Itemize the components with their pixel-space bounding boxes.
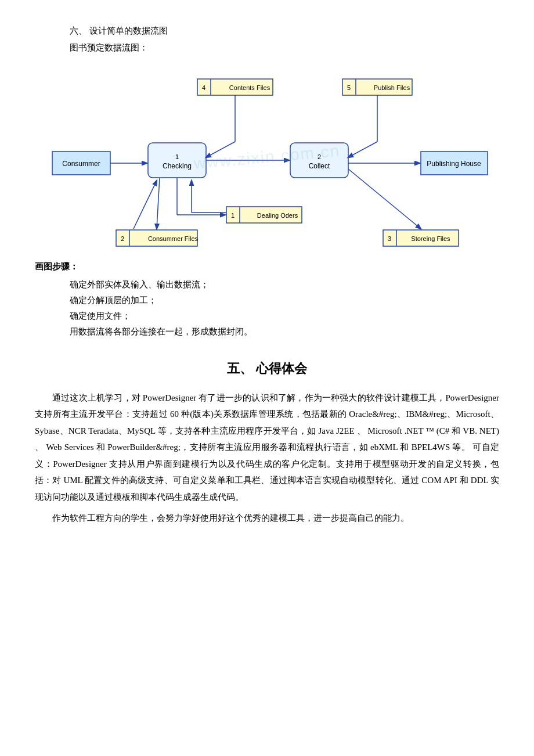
svg-text:Consummer Files: Consummer Files [148,235,199,242]
drawing-steps-title: 画图步骤： [35,259,499,275]
section5: 五、 心得体会 通过这次上机学习，对 PowerDesigner 有了进一步的认… [35,357,499,527]
svg-text:Contents Files: Contents Files [229,84,270,91]
step3: 确定使用文件； [70,308,499,324]
publishing-house-label: Publishing House [427,160,481,168]
process1-label: Checking [163,162,192,170]
svg-text:1: 1 [231,212,234,219]
consummer-label: Consummer [62,160,100,168]
svg-text:1: 1 [175,153,179,160]
svg-line-39 [348,169,421,229]
step1: 确定外部实体及输入、输出数据流； [70,277,499,293]
dfd-diagram: Consummer 1 Checking 2 Collect Publishin… [41,67,493,247]
section5-para1: 通过这次上机学习，对 PowerDesigner 有了进一步的认识和了解，作为一… [35,390,499,506]
section6-title: 六、 设计简单的数据流图 [70,23,499,39]
svg-text:4: 4 [202,84,205,91]
svg-text:Storeing Files: Storeing Files [411,235,450,242]
svg-line-32 [348,142,377,157]
svg-rect-3 [290,143,348,178]
svg-rect-1 [148,143,206,178]
svg-line-30 [206,142,235,157]
step2: 确定分解顶层的加工； [70,293,499,308]
svg-text:3: 3 [388,235,391,242]
svg-text:2: 2 [121,235,124,242]
drawing-steps-section: 画图步骤： 确定外部实体及输入、输出数据流； 确定分解顶层的加工； 确定使用文件… [35,259,499,340]
svg-text:Dealing Oders: Dealing Oders [257,212,298,219]
svg-text:Publish Files: Publish Files [374,84,410,91]
svg-text:5: 5 [347,84,351,91]
section5-para2: 作为软件工程方向的学生，会努力学好使用好这个优秀的建模工具，进一步提高自己的能力… [35,510,499,527]
step4: 用数据流将各部分连接在一起，形成数据封闭。 [70,324,499,340]
section5-title: 五、 心得体会 [35,357,499,380]
process2-label: Collect [309,162,330,170]
svg-line-37 [157,178,160,229]
section6-subtitle: 图书预定数据流图： [70,40,499,56]
svg-text:2: 2 [317,153,321,160]
svg-line-38 [134,181,157,229]
dfd-wrapper: www.zixin.com.cn Consummer 1 Checking 2 … [41,67,493,247]
section5-body: 通过这次上机学习，对 PowerDesigner 有了进一步的认识和了解，作为一… [35,390,499,527]
